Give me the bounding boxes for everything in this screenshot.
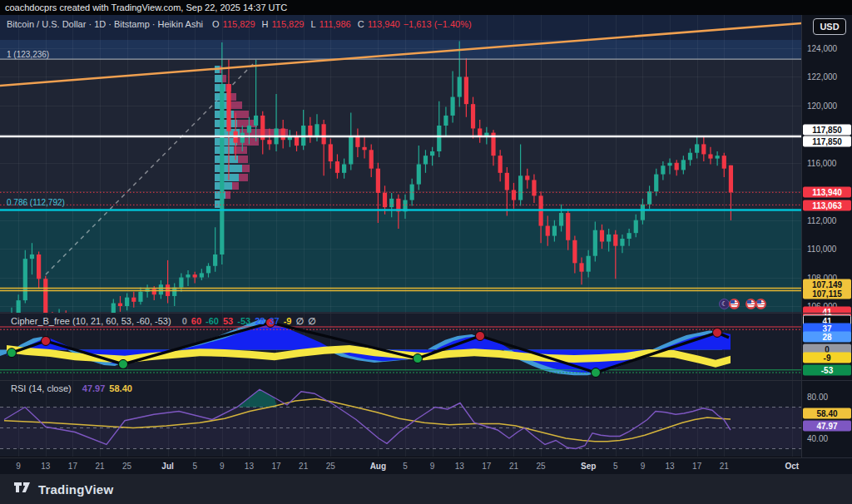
candle-body bbox=[681, 160, 686, 170]
price-axis-label[interactable]: 28 bbox=[803, 332, 851, 343]
attribution-bar: coachdocprs created with TradingView.com… bbox=[0, 0, 852, 15]
price-axis-label[interactable]: 113,063 bbox=[803, 200, 851, 211]
time-tick-day: 5 bbox=[192, 462, 197, 471]
ohlc-key: H bbox=[262, 19, 269, 29]
currency-usd-button[interactable]: USD bbox=[813, 18, 846, 35]
price-tick: 122,000 bbox=[807, 72, 837, 82]
ohlc-value: 115,829 bbox=[223, 19, 255, 29]
price-tick: 112,000 bbox=[807, 215, 836, 225]
candle-body bbox=[349, 137, 353, 165]
rsi-tick: 80.00 bbox=[807, 393, 828, 402]
price-axis-label[interactable]: -53 bbox=[803, 365, 851, 376]
time-tick-day: 25 bbox=[122, 462, 131, 471]
price-axis[interactable]: USD 124,000122,000120,000116,000112,0001… bbox=[801, 15, 852, 457]
fib-level-label[interactable]: 1 (123,236) bbox=[7, 50, 49, 59]
candle-body bbox=[471, 104, 475, 128]
price-axis-label[interactable]: 107,115 bbox=[803, 289, 851, 299]
time-axis[interactable]: 913172125Jul5913172125Aug5913172125Sep59… bbox=[0, 457, 852, 474]
candle-body bbox=[213, 254, 217, 266]
candle-body bbox=[200, 273, 204, 277]
symbol-title[interactable]: Bitcoin / U.S. Dollar · 1D · Bitstamp · … bbox=[7, 19, 203, 29]
profile-row-pink bbox=[230, 101, 242, 109]
tradingview-chart-app: coachdocprs created with TradingView.com… bbox=[0, 0, 852, 504]
candle-body bbox=[552, 226, 557, 236]
time-tick-day: 21 bbox=[720, 462, 729, 471]
ohlc-item: H115,829 bbox=[259, 19, 305, 29]
time-tick-day: 5 bbox=[613, 462, 618, 471]
price-tick: 116,000 bbox=[807, 158, 836, 167]
rsi-indicator-values: 47.9758.40 bbox=[78, 383, 132, 393]
time-tick-day: 9 bbox=[16, 462, 21, 471]
candle-body bbox=[647, 191, 651, 205]
chart-canvas[interactable] bbox=[0, 0, 852, 504]
candle-body bbox=[23, 259, 27, 300]
candle-body bbox=[369, 150, 374, 168]
us-flag-icon[interactable] bbox=[755, 299, 766, 309]
candle-body bbox=[654, 175, 658, 192]
candle-body bbox=[329, 144, 333, 161]
candle-body bbox=[131, 298, 136, 302]
candle-body bbox=[505, 173, 509, 190]
rsi-indicator-title[interactable]: RSI (14, close) bbox=[11, 383, 72, 393]
cipher-sell-dot bbox=[42, 336, 51, 345]
price-axis-label[interactable]: 58.40 bbox=[803, 408, 851, 419]
profile-row-teal bbox=[215, 174, 239, 181]
candle-body bbox=[458, 77, 462, 96]
price-tick: 120,000 bbox=[807, 101, 837, 110]
ohlc-key: C bbox=[358, 19, 364, 29]
candle-body bbox=[159, 284, 163, 294]
candle-body bbox=[546, 226, 550, 236]
candle-body bbox=[593, 230, 597, 256]
price-axis-label[interactable]: 47.97 bbox=[803, 421, 851, 432]
candle-body bbox=[118, 304, 122, 306]
profile-row-teal bbox=[215, 156, 238, 163]
time-tick-day: 13 bbox=[41, 462, 50, 471]
ohlc-value: 115,829 bbox=[272, 19, 305, 29]
candle-body bbox=[308, 126, 312, 136]
tradingview-logo-icon[interactable] bbox=[13, 481, 32, 497]
price-axis-label[interactable]: -9 bbox=[803, 353, 851, 363]
time-tick-month: Jul bbox=[161, 462, 173, 471]
fib-level-label[interactable]: 0.786 (112,792) bbox=[7, 198, 65, 207]
candle-body bbox=[675, 163, 679, 170]
candle-body bbox=[572, 240, 577, 264]
candle-body bbox=[179, 278, 183, 288]
candle-body bbox=[281, 128, 285, 140]
time-tick-day: 17 bbox=[271, 462, 280, 471]
candle-body bbox=[587, 256, 591, 272]
symbol-legend[interactable]: Bitcoin / U.S. Dollar · 1D · Bitstamp · … bbox=[7, 19, 472, 29]
price-axis-label[interactable]: 117,850 bbox=[803, 136, 851, 147]
price-tick: 124,000 bbox=[807, 44, 837, 53]
candle-body bbox=[525, 175, 529, 180]
cipher-indicator-legend[interactable]: Cipher_B_free (10, 21, 60, 53, -60, -53)… bbox=[7, 316, 316, 327]
tradingview-brand-text[interactable]: TradingView bbox=[38, 482, 113, 497]
attribution-text: coachdocprs created with TradingView.com… bbox=[5, 2, 287, 12]
candle-body bbox=[37, 254, 41, 279]
candle-body bbox=[17, 300, 21, 314]
candle-body bbox=[30, 254, 34, 259]
candle-body bbox=[620, 239, 624, 246]
pane-separator-cipher-rsi[interactable] bbox=[0, 380, 852, 381]
time-tick-day: 9 bbox=[430, 462, 435, 471]
ohlc-value: 113,940 bbox=[368, 19, 400, 29]
profile-row-pink bbox=[222, 75, 226, 82]
time-tick-day: 5 bbox=[403, 462, 408, 471]
time-tick-day: 9 bbox=[641, 462, 646, 471]
time-tick-day: 17 bbox=[692, 462, 701, 471]
profile-row-pink bbox=[239, 174, 248, 181]
pane-separator-main-cipher[interactable] bbox=[0, 313, 852, 314]
candle-body bbox=[322, 124, 326, 144]
price-axis-label[interactable]: 113,940 bbox=[803, 187, 851, 198]
candle-body bbox=[613, 235, 617, 246]
profile-row-teal bbox=[215, 146, 234, 154]
candle-body bbox=[355, 137, 359, 147]
us-flag-icon[interactable] bbox=[729, 299, 740, 309]
candle-body bbox=[701, 144, 706, 154]
cipher-sell-dot bbox=[476, 332, 485, 341]
price-axis-label[interactable]: 117,850 bbox=[803, 125, 851, 136]
rsi-indicator-legend[interactable]: RSI (14, close) 47.9758.40 bbox=[7, 383, 132, 393]
candle-body bbox=[688, 153, 692, 161]
time-tick-day: 13 bbox=[245, 462, 254, 471]
cipher-indicator-title[interactable]: Cipher_B_free (10, 21, 60, 53, -60, -53) bbox=[11, 316, 171, 326]
candle-body bbox=[240, 133, 245, 143]
